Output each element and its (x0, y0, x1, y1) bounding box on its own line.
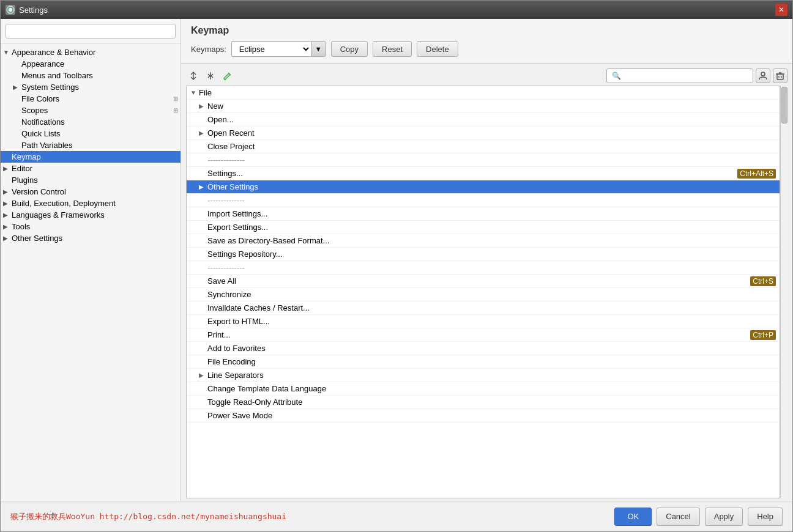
sidebar-item-path-variables[interactable]: Path Variables (1, 139, 181, 151)
copy-button[interactable]: Copy (331, 41, 368, 57)
cancel-button[interactable]: Cancel (657, 508, 699, 526)
expand-arrow: ▶ (13, 84, 21, 91)
main-content: ▼ Appearance & Behavior Appearance Menus… (1, 19, 792, 501)
scrollbar-thumb[interactable] (781, 87, 787, 124)
km-export-settings[interactable]: Export Settings... (187, 221, 780, 234)
keymap-tree[interactable]: ▼ File ▶ New Open... (186, 86, 780, 498)
delete-button[interactable]: Delete (417, 41, 458, 57)
km-file-encoding[interactable]: File Encoding (187, 355, 780, 369)
ok-button[interactable]: OK (614, 508, 652, 526)
km-arrow: ▶ (199, 183, 207, 190)
km-label: Open... (207, 115, 776, 124)
panel-title: Keymap (191, 25, 783, 36)
sidebar-item-quick-lists[interactable]: Quick Lists (1, 128, 181, 139)
expand-all-icon (188, 71, 198, 81)
sidebar-item-editor[interactable]: ▶ Editor (1, 163, 181, 174)
sidebar-item-other-settings[interactable]: ▶ Other Settings (1, 232, 181, 244)
window-title: Settings (19, 6, 48, 15)
scrollbar-vertical[interactable] (780, 86, 787, 498)
file-colors-icon: ⊞ (173, 95, 178, 102)
sidebar-item-keymap[interactable]: Keymap (1, 151, 181, 163)
km-line-separators[interactable]: ▶ Line Separators (187, 369, 780, 382)
km-label: Export to HTML... (207, 317, 776, 326)
km-sep1: -------------- (187, 153, 780, 167)
km-label: Open Recent (207, 128, 776, 138)
sidebar-item-menus-toolbars[interactable]: Menus and Toolbars (1, 70, 181, 81)
km-open-recent[interactable]: ▶ Open Recent (187, 127, 780, 140)
km-new[interactable]: ▶ New (187, 100, 780, 113)
km-change-template[interactable]: Change Template Data Language (187, 382, 780, 396)
sidebar-item-label: System Settings (21, 83, 79, 92)
km-arrow: ▶ (199, 372, 207, 379)
sidebar-item-appearance-behavior[interactable]: ▼ Appearance & Behavior (1, 46, 181, 58)
km-close-project[interactable]: Close Project (187, 140, 780, 153)
svg-point-1 (9, 8, 12, 12)
keymap-toolbar (186, 68, 787, 83)
keymap-row: Keymaps: Eclipse ▼ Copy Reset Delete (191, 41, 783, 63)
keymaps-label: Keymaps: (191, 45, 226, 54)
km-label: New (207, 102, 776, 111)
km-power-save[interactable]: Power Save Mode (187, 409, 780, 423)
sidebar-item-label: Version Control (12, 187, 66, 196)
collapse-all-button[interactable] (203, 69, 218, 83)
km-save-all[interactable]: Save All Ctrl+S (187, 275, 780, 288)
km-print[interactable]: Print... Ctrl+P (187, 328, 780, 342)
right-panel: Keymap Keymaps: Eclipse ▼ Copy Reset Del… (181, 19, 792, 501)
keymap-tree-wrapper: ▼ File ▶ New Open... (186, 86, 787, 498)
keymap-dropdown-button[interactable]: ▼ (311, 41, 326, 57)
km-shortcut: Ctrl+Alt+S (737, 169, 776, 179)
km-label: Change Template Data Language (207, 384, 776, 393)
help-button[interactable]: Help (748, 508, 783, 526)
sidebar-item-label: Appearance & Behavior (12, 48, 95, 57)
sidebar-item-label: Tools (12, 222, 30, 231)
km-import-settings[interactable]: Import Settings... (187, 207, 780, 221)
km-save-directory[interactable]: Save as Directory-Based Format... (187, 234, 780, 248)
km-file[interactable]: ▼ File (187, 86, 780, 100)
user-icon (758, 71, 768, 81)
km-sep2: -------------- (187, 194, 780, 207)
reset-button[interactable]: Reset (373, 41, 412, 57)
sidebar-item-build-execution[interactable]: ▶ Build, Execution, Deployment (1, 198, 181, 209)
km-add-favorites[interactable]: Add to Favorites (187, 342, 780, 355)
km-arrow: ▶ (199, 130, 207, 136)
km-label: Save as Directory-Based Format... (207, 236, 776, 245)
keymap-select[interactable]: Eclipse (231, 41, 311, 57)
trash-icon-button[interactable] (773, 68, 787, 83)
close-button[interactable]: ✕ (775, 4, 787, 16)
sidebar-item-plugins[interactable]: Plugins (1, 174, 181, 186)
sidebar-item-tools[interactable]: ▶ Tools (1, 221, 181, 232)
km-label: Toggle Read-Only Attribute (207, 397, 776, 407)
sidebar-item-file-colors[interactable]: File Colors ⊞ (1, 93, 181, 105)
expand-arrow: ▶ (3, 200, 12, 207)
apply-button[interactable]: Apply (705, 508, 743, 526)
km-label: -------------- (207, 263, 776, 272)
edit-button[interactable] (220, 69, 235, 83)
sidebar-item-label: Build, Execution, Deployment (12, 199, 116, 208)
watermark-text: 猴子搬来的救兵WooYun http://blog.csdn.net/mynam… (10, 511, 609, 522)
km-settings[interactable]: Settings... Ctrl+Alt+S (187, 167, 780, 180)
km-export-html[interactable]: Export to HTML... (187, 315, 780, 328)
km-label: Power Save Mode (207, 411, 776, 420)
sidebar-item-appearance[interactable]: Appearance (1, 58, 181, 70)
title-bar: Settings ✕ (1, 1, 792, 19)
km-toggle-readonly[interactable]: Toggle Read-Only Attribute (187, 396, 780, 409)
km-invalidate-caches[interactable]: Invalidate Caches / Restart... (187, 301, 780, 315)
sidebar-search-input[interactable] (6, 24, 176, 39)
km-other-settings[interactable]: ▶ Other Settings (187, 180, 780, 194)
title-bar-left: Settings (6, 5, 48, 15)
sidebar-item-notifications[interactable]: Notifications (1, 116, 181, 128)
km-settings-repo[interactable]: Settings Repository... (187, 248, 780, 261)
km-synchronize[interactable]: Synchronize (187, 288, 780, 301)
expand-arrow: ▶ (3, 223, 12, 230)
km-label: Export Settings... (207, 223, 776, 232)
sidebar-item-scopes[interactable]: Scopes ⊞ (1, 105, 181, 116)
sidebar-item-languages-frameworks[interactable]: ▶ Languages & Frameworks (1, 209, 181, 221)
user-icon-button[interactable] (756, 68, 770, 83)
keymap-search-input[interactable] (606, 68, 753, 83)
sidebar-item-label: Languages & Frameworks (12, 210, 105, 220)
km-shortcut: Ctrl+P (750, 330, 776, 340)
expand-all-button[interactable] (186, 69, 201, 83)
sidebar-item-version-control[interactable]: ▶ Version Control (1, 186, 181, 198)
km-open[interactable]: Open... (187, 113, 780, 127)
sidebar-item-system-settings[interactable]: ▶ System Settings (1, 81, 181, 93)
